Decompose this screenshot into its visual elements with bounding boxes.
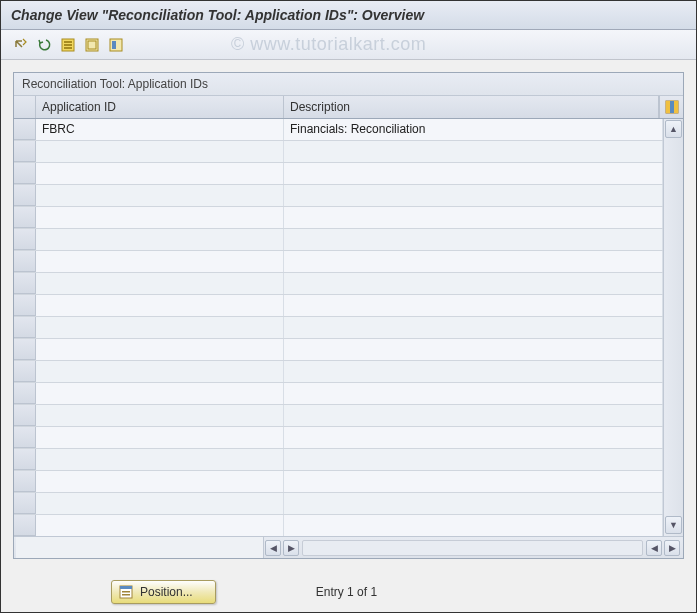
- row-selector[interactable]: [14, 207, 36, 228]
- cell-description[interactable]: [284, 273, 663, 294]
- table-row[interactable]: [14, 185, 663, 207]
- table-row[interactable]: FBRCFinancials: Reconciliation: [14, 119, 663, 141]
- cell-appid[interactable]: [36, 317, 284, 338]
- row-selector[interactable]: [14, 515, 36, 536]
- cell-appid[interactable]: [36, 207, 284, 228]
- delete-button[interactable]: [105, 34, 127, 56]
- horizontal-scrollbar[interactable]: ◀ ▶ ◀ ▶: [14, 536, 683, 558]
- row-selector[interactable]: [14, 471, 36, 492]
- row-selector[interactable]: [14, 405, 36, 426]
- table-row[interactable]: [14, 427, 663, 449]
- table-row[interactable]: [14, 141, 663, 163]
- table-row[interactable]: [14, 339, 663, 361]
- save-button[interactable]: [81, 34, 103, 56]
- table-row[interactable]: [14, 405, 663, 427]
- row-selector[interactable]: [14, 427, 36, 448]
- toggle-icon: [12, 37, 28, 53]
- row-selector-header[interactable]: [14, 96, 36, 118]
- cell-appid[interactable]: [36, 185, 284, 206]
- panel-title: Reconciliation Tool: Application IDs: [14, 73, 683, 96]
- table-row[interactable]: [14, 163, 663, 185]
- row-selector[interactable]: [14, 295, 36, 316]
- cell-appid[interactable]: [36, 471, 284, 492]
- column-header-row: Application ID Description: [14, 96, 683, 119]
- cell-description[interactable]: [284, 449, 663, 470]
- cell-appid[interactable]: [36, 251, 284, 272]
- cell-description[interactable]: [284, 229, 663, 250]
- table-row[interactable]: [14, 295, 663, 317]
- table-row[interactable]: [14, 471, 663, 493]
- row-selector[interactable]: [14, 273, 36, 294]
- cell-description[interactable]: Financials: Reconciliation: [284, 119, 663, 140]
- cell-appid[interactable]: FBRC: [36, 119, 284, 140]
- hscroll-track[interactable]: [302, 540, 643, 556]
- table-row[interactable]: [14, 449, 663, 471]
- table-row[interactable]: [14, 273, 663, 295]
- cell-appid[interactable]: [36, 515, 284, 536]
- cell-description[interactable]: [284, 493, 663, 514]
- table-row[interactable]: [14, 383, 663, 405]
- cell-description[interactable]: [284, 207, 663, 228]
- cell-description[interactable]: [284, 515, 663, 536]
- row-selector[interactable]: [14, 119, 36, 140]
- row-selector[interactable]: [14, 493, 36, 514]
- table-row[interactable]: [14, 515, 663, 536]
- column-header-description[interactable]: Description: [284, 96, 659, 118]
- position-button[interactable]: Position...: [111, 580, 216, 604]
- row-selector[interactable]: [14, 163, 36, 184]
- cell-appid[interactable]: [36, 449, 284, 470]
- scroll-left-button[interactable]: ◀: [265, 540, 281, 556]
- cell-description[interactable]: [284, 251, 663, 272]
- table-row[interactable]: [14, 317, 663, 339]
- row-selector[interactable]: [14, 185, 36, 206]
- cell-appid[interactable]: [36, 273, 284, 294]
- row-selector[interactable]: [14, 141, 36, 162]
- cell-description[interactable]: [284, 141, 663, 162]
- table-row[interactable]: [14, 207, 663, 229]
- undo-button[interactable]: [33, 34, 55, 56]
- cell-appid[interactable]: [36, 405, 284, 426]
- row-selector[interactable]: [14, 229, 36, 250]
- scroll-right-button[interactable]: ▶: [283, 540, 299, 556]
- cell-appid[interactable]: [36, 383, 284, 404]
- row-selector[interactable]: [14, 361, 36, 382]
- scroll-down-button[interactable]: ▼: [665, 516, 682, 534]
- table-row[interactable]: [14, 493, 663, 515]
- cell-description[interactable]: [284, 295, 663, 316]
- cell-description[interactable]: [284, 361, 663, 382]
- cell-description[interactable]: [284, 405, 663, 426]
- row-selector[interactable]: [14, 317, 36, 338]
- row-selector[interactable]: [14, 383, 36, 404]
- table-row[interactable]: [14, 361, 663, 383]
- cell-description[interactable]: [284, 163, 663, 184]
- cell-description[interactable]: [284, 185, 663, 206]
- toggle-change-button[interactable]: [9, 34, 31, 56]
- cell-appid[interactable]: [36, 295, 284, 316]
- cell-appid[interactable]: [36, 163, 284, 184]
- cell-appid[interactable]: [36, 493, 284, 514]
- cell-description[interactable]: [284, 317, 663, 338]
- svg-rect-15: [122, 594, 130, 596]
- select-all-button[interactable]: [57, 34, 79, 56]
- row-selector[interactable]: [14, 449, 36, 470]
- svg-rect-2: [64, 44, 72, 46]
- scroll-up-button[interactable]: ▲: [665, 120, 682, 138]
- table-row[interactable]: [14, 229, 663, 251]
- cell-description[interactable]: [284, 471, 663, 492]
- cell-appid[interactable]: [36, 427, 284, 448]
- cell-appid[interactable]: [36, 141, 284, 162]
- cell-appid[interactable]: [36, 361, 284, 382]
- scroll-left-end-button[interactable]: ◀: [646, 540, 662, 556]
- cell-appid[interactable]: [36, 339, 284, 360]
- configure-columns-button[interactable]: [659, 96, 683, 118]
- cell-description[interactable]: [284, 383, 663, 404]
- vertical-scrollbar[interactable]: ▲ ▼: [663, 119, 683, 536]
- row-selector[interactable]: [14, 251, 36, 272]
- cell-description[interactable]: [284, 339, 663, 360]
- scroll-right-end-button[interactable]: ▶: [664, 540, 680, 556]
- table-row[interactable]: [14, 251, 663, 273]
- cell-description[interactable]: [284, 427, 663, 448]
- cell-appid[interactable]: [36, 229, 284, 250]
- row-selector[interactable]: [14, 339, 36, 360]
- column-header-appid[interactable]: Application ID: [36, 96, 284, 118]
